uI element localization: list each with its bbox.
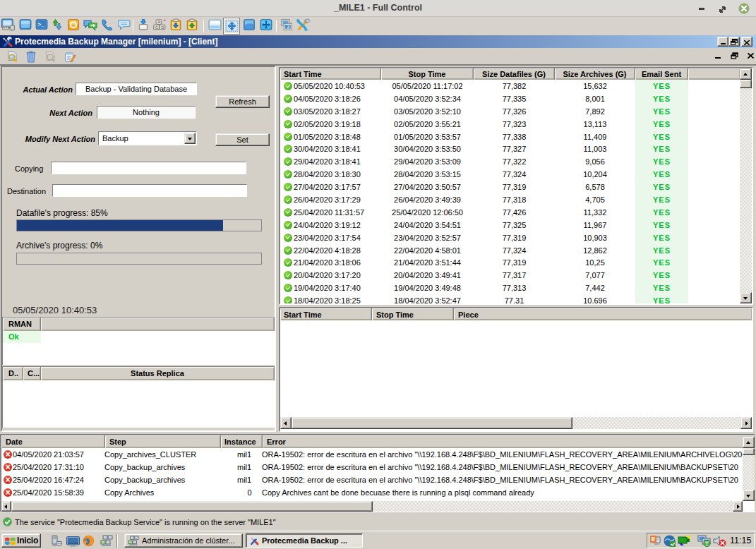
- svg-text:C: C: [155, 25, 159, 30]
- svg-text:D: D: [161, 25, 164, 30]
- svg-text:2: 2: [287, 24, 289, 29]
- svg-text:>_: >_: [38, 21, 45, 28]
- svg-text:×××: ×××: [3, 25, 10, 30]
